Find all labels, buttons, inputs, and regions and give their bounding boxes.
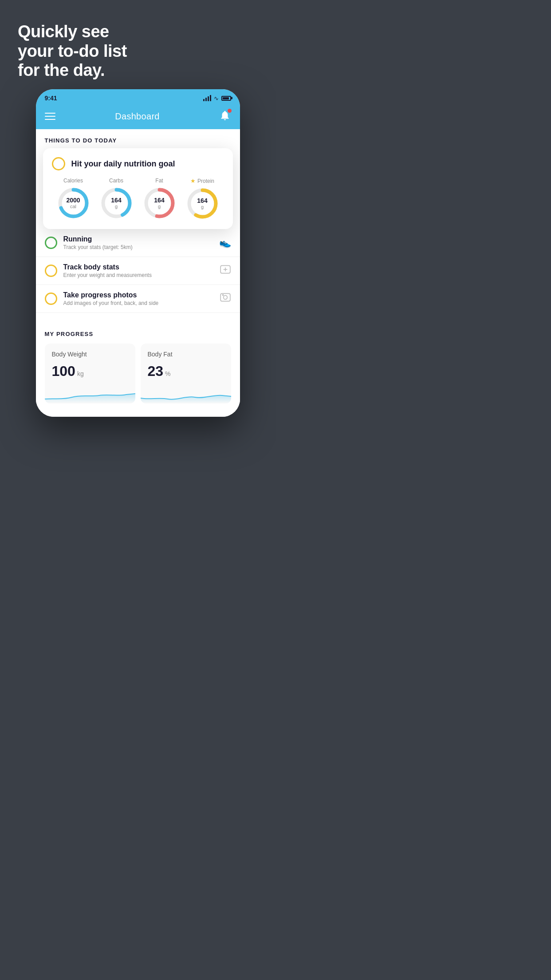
wifi-icon: ∿ [214,95,219,102]
photos-title: Take progress photos [63,291,213,299]
todo-item-running[interactable]: Running Track your stats (target: 5km) 👟 [36,229,240,257]
body-fat-value: 23 [148,363,164,379]
protein-item: ★ Protein 164 g [186,178,219,220]
calories-label: Calories [63,178,83,184]
fat-item: Fat 164 g [143,178,176,220]
running-text: Running Track your stats (target: 5km) [63,235,213,250]
protein-label: ★ Protein [190,178,214,184]
body-fat-unit: % [165,370,170,377]
protein-donut: 164 g [186,187,219,220]
carbs-item: Carbs 164 g [100,178,133,220]
hero-title: Quickly see your to-do list for the day. [18,22,258,80]
carbs-donut: 164 g [100,186,133,220]
menu-button[interactable] [45,113,55,120]
todo-list: Running Track your stats (target: 5km) 👟… [36,225,240,313]
body-weight-card-title: Body Weight [52,351,128,358]
todo-item-photos[interactable]: Take progress photos Add images of your … [36,285,240,313]
progress-grid: Body Weight 100 kg [45,344,231,403]
progress-section-title: MY PROGRESS [45,331,231,337]
nutrition-grid: Calories 2000 cal [52,178,224,220]
battery-icon [221,96,231,101]
svg-point-13 [222,295,223,296]
body-weight-card: Body Weight 100 kg [45,344,135,403]
body-weight-chart [45,386,135,403]
notification-dot [228,109,232,113]
status-icons: ∿ [203,95,231,102]
nutrition-card: Hit your daily nutrition goal Calories [43,148,233,229]
shoe-icon: 👟 [219,237,231,249]
calories-item: Calories 2000 cal [57,178,90,220]
todo-item-body-stats[interactable]: Track body stats Enter your weight and m… [36,257,240,285]
running-subtitle: Track your stats (target: 5km) [63,244,213,250]
fat-label: Fat [155,178,163,184]
running-checkbox[interactable] [45,237,57,249]
status-bar: 9:41 ∿ [36,89,240,105]
calories-donut: 2000 cal [57,186,90,220]
photo-icon [220,292,231,306]
progress-section: MY PROGRESS Body Weight 100 kg [36,322,240,403]
body-stats-title: Track body stats [63,263,213,271]
body-fat-value-row: 23 % [148,363,224,379]
notification-button[interactable] [219,110,231,123]
photos-text: Take progress photos Add images of your … [63,291,213,306]
signal-icon [203,95,211,101]
photos-checkbox[interactable] [45,292,57,305]
card-title-row: Hit your daily nutrition goal [52,157,224,170]
header-title: Dashboard [115,111,160,122]
things-to-do-header: THINGS TO DO TODAY [36,129,240,148]
scale-icon [220,264,231,278]
body-weight-value-row: 100 kg [52,363,128,379]
svg-rect-11 [220,293,230,301]
body-stats-checkbox[interactable] [45,265,57,277]
phone-mockup: 9:41 ∿ Dashboard [36,89,240,417]
nutrition-checkbox[interactable] [52,157,65,170]
photos-subtitle: Add images of your front, back, and side [63,300,213,306]
body-stats-text: Track body stats Enter your weight and m… [63,263,213,278]
status-time: 9:41 [45,95,57,102]
svg-point-12 [223,296,227,300]
body-fat-chart [141,386,231,403]
app-header: Dashboard [36,105,240,129]
fat-donut: 164 g [143,186,176,220]
running-title: Running [63,235,213,243]
phone-wrapper: 9:41 ∿ Dashboard [0,89,276,435]
body-fat-card: Body Fat 23 % [141,344,231,403]
app-content: THINGS TO DO TODAY Hit your daily nutrit… [36,129,240,417]
body-stats-subtitle: Enter your weight and measurements [63,272,213,278]
bottom-spacer [36,403,240,417]
body-weight-value: 100 [52,363,75,379]
carbs-label: Carbs [109,178,123,184]
nutrition-card-title: Hit your daily nutrition goal [71,159,175,169]
hero-section: Quickly see your to-do list for the day. [0,0,276,89]
body-fat-card-title: Body Fat [148,351,224,358]
body-weight-unit: kg [77,370,84,377]
star-icon: ★ [190,178,196,184]
